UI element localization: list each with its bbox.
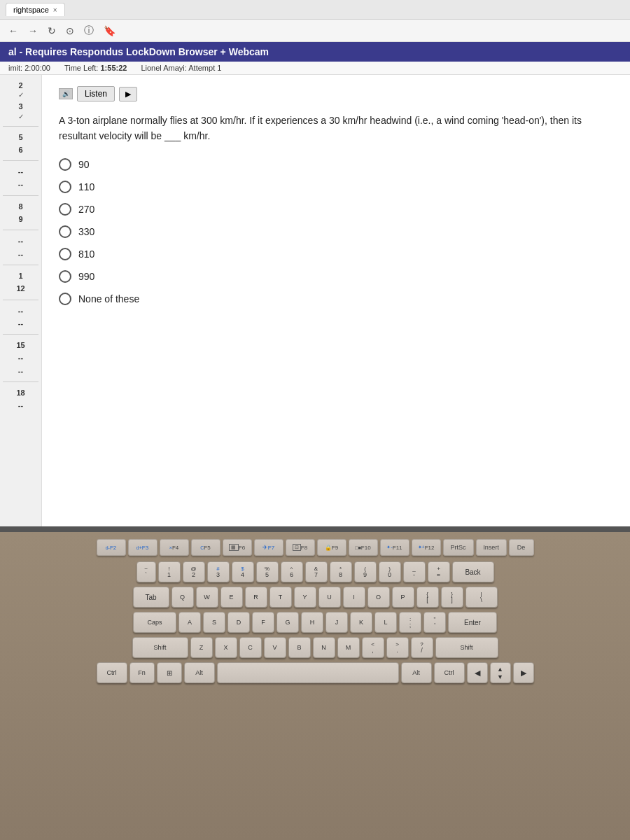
insert-key[interactable]: Insert	[476, 539, 507, 556]
arrow-up-down-keys[interactable]: ▲ ▼	[490, 662, 511, 683]
sidebar-item[interactable]: --	[3, 249, 38, 259]
sidebar-item[interactable]: --	[3, 400, 38, 410]
fn-key-f10[interactable]: □■ F10	[349, 539, 378, 556]
fn-key-f6[interactable]: ▦ F6	[223, 539, 252, 556]
sidebar-item[interactable]: --	[3, 353, 38, 363]
space-key[interactable]	[217, 662, 399, 683]
fn-key-f9[interactable]: 🔒 F9	[317, 539, 346, 556]
sidebar-item[interactable]: 9	[3, 214, 38, 224]
key-k[interactable]: K	[350, 612, 372, 633]
sidebar-item[interactable]: --	[3, 366, 38, 376]
key-a[interactable]: A	[178, 612, 201, 633]
win-key[interactable]: ⊞	[157, 662, 182, 683]
key-s[interactable]: S	[203, 612, 225, 633]
sidebar-item[interactable]: --	[3, 318, 38, 328]
key-quote[interactable]: " '	[424, 612, 446, 633]
prtsc-key[interactable]: PrtSc	[443, 539, 474, 556]
arrow-right-key[interactable]: ▶	[513, 662, 534, 683]
sidebar-item[interactable]: 1	[3, 271, 38, 281]
key-l[interactable]: L	[374, 612, 397, 633]
home-button[interactable]: ⊙	[63, 24, 77, 38]
radio-110[interactable]	[59, 181, 71, 193]
backslash-key[interactable]: | \	[465, 587, 498, 608]
radio-990[interactable]	[59, 270, 71, 283]
key-8[interactable]: * 8	[330, 561, 352, 582]
ctrl-right-key[interactable]: Ctrl	[434, 662, 465, 683]
sidebar-item[interactable]: 8	[3, 202, 38, 211]
key-3[interactable]: # 3	[207, 561, 230, 582]
sidebar-item[interactable]: 2 ✓	[3, 80, 38, 99]
sidebar-item[interactable]: 18	[3, 388, 38, 398]
key-i[interactable]: I	[343, 587, 365, 608]
key-b[interactable]: B	[288, 637, 311, 658]
tab-key[interactable]: Tab	[133, 587, 169, 608]
sidebar-item[interactable]: --	[3, 179, 38, 189]
sidebar-item[interactable]: 6	[3, 145, 38, 155]
shift-left-key[interactable]: Shift	[132, 637, 188, 658]
key-d[interactable]: D	[227, 612, 250, 633]
key-tilde[interactable]: ~ `	[136, 561, 156, 582]
refresh-button[interactable]: ↻	[45, 24, 59, 38]
key-q[interactable]: Q	[172, 587, 194, 608]
radio-330[interactable]	[59, 225, 71, 238]
key-comma[interactable]: < ,	[362, 637, 384, 658]
key-h[interactable]: H	[301, 612, 323, 633]
key-9[interactable]: ( 9	[354, 561, 377, 582]
key-bracket-close[interactable]: } ]	[441, 587, 463, 608]
caps-key[interactable]: Caps	[133, 612, 176, 633]
sidebar-item[interactable]: 15	[3, 340, 38, 350]
sidebar-item[interactable]: 3 ✓	[3, 102, 38, 120]
key-g[interactable]: G	[276, 612, 299, 633]
fn-key-f7[interactable]: ✈ F7	[254, 539, 284, 556]
key-slash[interactable]: ? /	[411, 637, 433, 658]
sidebar-item[interactable]: --	[3, 306, 38, 316]
key-7[interactable]: & 7	[305, 561, 328, 582]
key-minus[interactable]: _ -	[403, 561, 426, 582]
key-semicolon[interactable]: : ;	[399, 612, 421, 633]
answer-option-990[interactable]: 990	[59, 270, 613, 283]
radio-270[interactable]	[59, 203, 71, 216]
back-button[interactable]: ←	[6, 24, 21, 38]
fn-key-f4[interactable]: × F4	[160, 539, 189, 556]
key-p[interactable]: P	[392, 587, 414, 608]
key-o[interactable]: O	[368, 587, 390, 608]
key-y[interactable]: Y	[294, 587, 316, 608]
key-c[interactable]: C	[239, 637, 262, 658]
sidebar-item[interactable]: 12	[3, 284, 38, 293]
browser-tab[interactable]: rightspace ×	[6, 3, 65, 16]
key-5[interactable]: % 5	[256, 561, 279, 582]
key-2[interactable]: @ 2	[183, 561, 205, 582]
tab-close-button[interactable]: ×	[53, 6, 57, 14]
key-m[interactable]: M	[337, 637, 360, 658]
key-e[interactable]: E	[220, 587, 243, 608]
radio-810[interactable]	[59, 248, 71, 260]
key-w[interactable]: W	[196, 587, 218, 608]
sidebar-item[interactable]: 5	[3, 132, 38, 142]
arrow-left-key[interactable]: ◀	[467, 662, 488, 683]
fn-key-f2[interactable]: d- F2	[97, 539, 126, 556]
ctrl-left-key[interactable]: Ctrl	[97, 662, 127, 683]
key-v[interactable]: V	[264, 637, 286, 658]
delete-key[interactable]: De	[509, 539, 534, 556]
forward-button[interactable]: →	[25, 24, 41, 38]
info-button[interactable]: ⓘ	[81, 23, 97, 38]
fn-key-f5[interactable]: C F5	[191, 539, 220, 556]
radio-none[interactable]	[59, 293, 71, 305]
key-z[interactable]: Z	[190, 637, 213, 658]
alt-left-key[interactable]: Alt	[184, 662, 215, 683]
key-u[interactable]: U	[318, 587, 341, 608]
answer-option-110[interactable]: 110	[59, 181, 613, 193]
key-period[interactable]: > .	[386, 637, 409, 658]
key-t[interactable]: T	[270, 587, 292, 608]
sidebar-item[interactable]: --	[3, 236, 38, 246]
fn-key-f8[interactable]: ⊡ F8	[286, 539, 315, 556]
fn-key-f3[interactable]: d+ F3	[128, 539, 158, 556]
key-0[interactable]: ) 0	[379, 561, 401, 582]
key-j[interactable]: J	[326, 612, 348, 633]
key-x[interactable]: X	[215, 637, 237, 658]
key-f[interactable]: F	[252, 612, 274, 633]
answer-option-none[interactable]: None of these	[59, 293, 613, 305]
backspace-key[interactable]: Back	[452, 561, 494, 582]
listen-button[interactable]: Listen	[77, 86, 115, 102]
fn-key-bottom[interactable]: Fn	[130, 662, 155, 683]
